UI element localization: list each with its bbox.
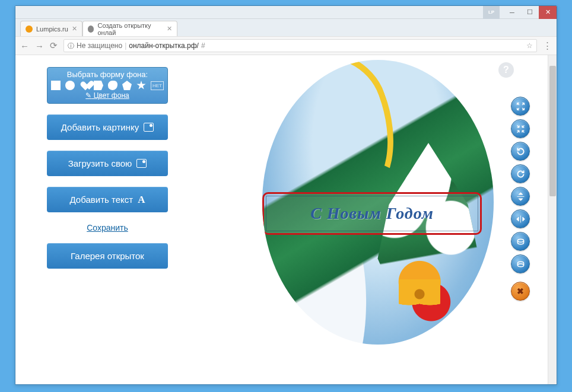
scrollbar[interactable]: [548, 55, 557, 384]
browser-window: LP ─ ☐ ✕ Lumpics.ru ✕ Создать открытку о…: [15, 5, 557, 385]
rotate-ccw-icon[interactable]: [511, 142, 530, 161]
address-bar-row: ← → ⟳ ⓘ Не защищено | онлайн-открытка.рф…: [15, 36, 557, 55]
forward-icon[interactable]: →: [35, 41, 44, 51]
tab-close-icon[interactable]: ✕: [72, 25, 77, 33]
page-content: Выбрать форму фона: НЕТ ✎ Цвет фона Доба…: [15, 55, 557, 384]
upload-own-button[interactable]: Загрузить свою: [47, 151, 168, 176]
eyedropper-icon: ✎: [85, 91, 91, 100]
minimize-button[interactable]: ─: [503, 6, 521, 19]
rotate-cw-icon[interactable]: [511, 164, 530, 183]
shape-heart-icon[interactable]: [78, 79, 90, 91]
back-icon[interactable]: ←: [20, 41, 29, 51]
button-label: Загрузить свою: [68, 158, 132, 168]
button-label: Добавить картинку: [61, 122, 139, 132]
shape-blob-icon[interactable]: [108, 81, 117, 90]
shape-tag-icon[interactable]: [94, 81, 103, 90]
favicon-icon: [26, 26, 33, 33]
shape-circle-icon[interactable]: [65, 81, 75, 90]
text-element-selected[interactable]: С Новым Годом: [262, 192, 482, 235]
window-titlebar: LP ─ ☐ ✕: [15, 6, 557, 19]
text-a-icon: A: [138, 194, 145, 206]
url-input[interactable]: ⓘ Не защищено | онлайн-открытка.рф/# ☆: [63, 39, 537, 52]
security-label: Не защищено: [77, 42, 122, 50]
tab-label: Lumpics.ru: [36, 26, 68, 33]
shape-selector-panel: Выбрать форму фона: НЕТ ✎ Цвет фона: [47, 67, 168, 104]
shrink-icon[interactable]: [511, 119, 530, 138]
bg-color-picker[interactable]: ✎ Цвет фона: [51, 91, 164, 100]
postcard-canvas[interactable]: С Новым Годом: [262, 60, 494, 345]
flip-vertical-icon[interactable]: [511, 187, 530, 206]
flip-horizontal-icon[interactable]: [511, 209, 530, 228]
tab-close-icon[interactable]: ✕: [167, 25, 172, 33]
tab-label: Создать открытку онлай: [97, 22, 163, 36]
favicon-icon: [88, 26, 94, 33]
left-sidebar: Выбрать форму фона: НЕТ ✎ Цвет фона Доба…: [15, 55, 199, 384]
shape-none-button[interactable]: НЕТ: [151, 81, 164, 90]
browser-tab[interactable]: Lumpics.ru ✕: [20, 21, 82, 36]
svg-point-1: [517, 263, 523, 266]
svg-point-0: [517, 239, 523, 242]
shape-pentagon-icon[interactable]: [122, 81, 132, 90]
bookmark-star-icon[interactable]: ☆: [526, 42, 533, 50]
browser-menu-icon[interactable]: ⋮: [543, 40, 552, 51]
canvas-text-label: С Новым Годом: [266, 196, 478, 231]
gallery-button[interactable]: Галерея открыток: [47, 243, 168, 269]
window-close-button[interactable]: ✕: [539, 6, 557, 19]
browser-tab[interactable]: Создать открытку онлай ✕: [82, 21, 177, 36]
button-label: Галерея открыток: [71, 251, 144, 261]
expand-icon[interactable]: [511, 97, 530, 116]
canvas-area: С Новым Годом: [199, 55, 557, 384]
add-text-button[interactable]: Добавить текст A: [47, 187, 168, 212]
tab-strip: Lumpics.ru ✕ Создать открытку онлай ✕: [15, 19, 557, 36]
maximize-button[interactable]: ☐: [521, 6, 539, 19]
image-icon: [136, 159, 147, 168]
image-icon: [144, 123, 154, 132]
shape-square-icon[interactable]: [51, 81, 61, 90]
shape-panel-title: Выбрать форму фона:: [51, 70, 164, 79]
site-info-icon[interactable]: ⓘ: [68, 42, 74, 50]
url-domain: онлайн-открытка.рф/: [129, 42, 199, 50]
transform-toolbar: ✖: [511, 97, 530, 301]
reload-icon[interactable]: ⟳: [50, 40, 58, 51]
add-picture-button[interactable]: Добавить картинку: [47, 114, 168, 140]
shape-star-icon[interactable]: [136, 81, 146, 90]
profile-badge[interactable]: LP: [483, 6, 500, 19]
send-backward-icon[interactable]: [511, 254, 530, 273]
bring-forward-icon[interactable]: [511, 232, 530, 251]
save-link[interactable]: Сохранить: [87, 223, 128, 232]
delete-icon[interactable]: ✖: [511, 282, 530, 301]
url-hash: #: [201, 42, 205, 50]
bow-decoration: [399, 279, 440, 309]
help-icon[interactable]: ?: [498, 62, 514, 78]
button-label: Добавить текст: [70, 195, 134, 205]
